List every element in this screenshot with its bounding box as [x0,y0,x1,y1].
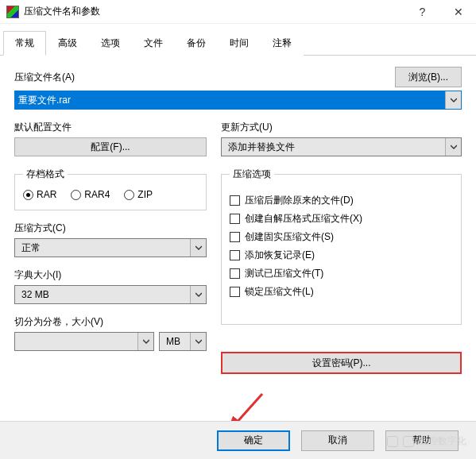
tab-2[interactable]: 选项 [89,31,132,56]
split-volumes-unit-value: MB [163,336,180,347]
split-volumes-unit-select[interactable]: MB [159,332,207,351]
app-icon [6,6,19,18]
checkbox-label: 添加恢复记录(E) [245,249,315,262]
close-button[interactable]: ✕ [440,0,476,23]
tab-4[interactable]: 备份 [175,31,218,56]
browse-button[interactable]: 浏览(B)... [395,67,462,87]
checkbox-label: 创建固实压缩文件(S) [245,230,334,244]
compression-method-select[interactable]: 正常 [14,238,207,257]
checkbox-icon [230,287,240,297]
checkbox-icon [230,195,240,206]
checkbox-icon [230,250,240,260]
radio-icon [71,190,81,200]
ok-button[interactable]: 确定 [217,430,290,451]
archive-option-4[interactable]: 测试已压缩文件(T) [230,267,453,280]
chevron-down-icon[interactable] [190,333,206,350]
dictionary-size-value: 32 MB [18,289,49,300]
archive-name-combo[interactable] [14,91,462,110]
archive-options-legend: 压缩选项 [230,168,274,181]
window-title: 压缩文件名和参数 [24,5,404,18]
chevron-down-icon[interactable] [445,138,461,156]
radio-icon [124,190,134,200]
help-button[interactable]: ? [404,0,440,23]
help-button-bottom[interactable]: 帮助 [385,430,459,451]
archive-options-group: 压缩选项 压缩后删除原来的文件(D)创建自解压格式压缩文件(X)创建固实压缩文件… [221,168,462,325]
chevron-down-icon[interactable] [137,333,153,350]
cancel-button[interactable]: 取消 [301,430,374,451]
format-radio-zip[interactable]: ZIP [124,189,153,200]
dialog-button-bar: 确定 取消 帮助 [0,421,476,459]
update-mode-select[interactable]: 添加并替换文件 [221,137,462,156]
radio-label: RAR [37,189,56,200]
archive-format-legend: 存档格式 [23,168,68,181]
chevron-down-icon[interactable] [190,239,206,256]
archive-option-3[interactable]: 添加恢复记录(E) [230,249,453,262]
archive-option-0[interactable]: 压缩后删除原来的文件(D) [230,194,453,207]
checkbox-label: 测试已压缩文件(T) [245,267,323,280]
tab-0[interactable]: 常规 [3,31,46,56]
tab-6[interactable]: 注释 [261,31,304,56]
format-radio-rar4[interactable]: RAR4 [71,189,110,200]
checkbox-label: 锁定压缩文件(L) [245,285,314,299]
checkbox-label: 压缩后删除原来的文件(D) [245,194,354,207]
tab-1[interactable]: 高级 [46,31,89,56]
checkbox-icon [230,268,240,279]
archive-option-2[interactable]: 创建固实压缩文件(S) [230,230,453,244]
split-volumes-label: 切分为分卷，大小(V) [14,315,207,329]
archive-name-input[interactable] [15,91,445,109]
archive-format-group: 存档格式 RARRAR4ZIP [14,168,207,210]
set-password-label: 设置密码(P)... [312,357,371,370]
chevron-down-icon[interactable] [190,286,206,303]
title-bar: 压缩文件名和参数 ? ✕ [0,0,476,24]
checkbox-label: 创建自解压格式压缩文件(X) [245,212,362,226]
set-password-button[interactable]: 设置密码(P)... [221,352,462,374]
compression-method-value: 正常 [18,241,41,255]
radio-label: ZIP [137,189,153,200]
content-area: 压缩文件名(A) 浏览(B)... 默认配置文件 配置(F)... 更新方式(U… [0,56,476,382]
archive-option-1[interactable]: 创建自解压格式压缩文件(X) [230,212,453,226]
chevron-down-icon[interactable] [445,91,461,109]
profiles-button[interactable]: 配置(F)... [14,137,207,156]
archive-option-5[interactable]: 锁定压缩文件(L) [230,285,453,299]
radio-label: RAR4 [84,189,110,200]
dictionary-size-select[interactable]: 32 MB [14,285,207,304]
default-profile-label: 默认配置文件 [14,121,207,134]
archive-name-label: 压缩文件名(A) [14,71,75,84]
split-volumes-select[interactable] [14,332,154,351]
tab-3[interactable]: 文件 [132,31,175,56]
checkbox-icon [230,232,240,242]
update-mode-value: 添加并替换文件 [225,141,295,154]
radio-icon [23,190,33,200]
checkbox-icon [230,214,240,224]
format-radio-rar[interactable]: RAR [23,189,56,200]
tab-strip: 常规高级选项文件备份时间注释 [0,27,476,56]
compression-method-label: 压缩方式(C) [14,222,207,235]
dictionary-size-label: 字典大小(I) [14,268,207,282]
update-mode-label: 更新方式(U) [221,121,462,134]
tab-5[interactable]: 时间 [218,31,261,56]
